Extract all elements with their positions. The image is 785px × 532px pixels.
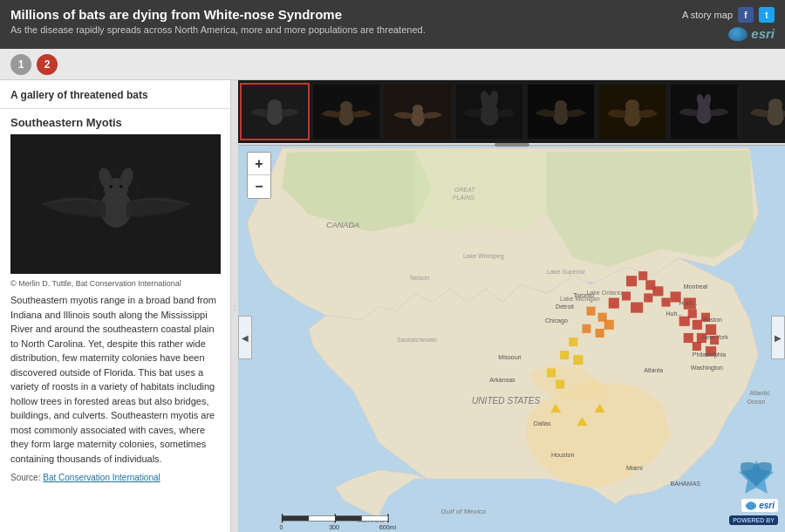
bat-illustration	[29, 143, 203, 265]
resize-handle[interactable]: ⋮	[231, 80, 238, 532]
bat-description: Southeastern myotis range in a broad ban…	[0, 293, 230, 473]
svg-text:Miami: Miami	[626, 465, 643, 471]
thumbnail-1[interactable]	[240, 83, 310, 140]
map-watermarks: esri POWERED BY	[729, 456, 778, 525]
svg-text:Washington: Washington	[691, 365, 723, 372]
svg-rect-59	[573, 355, 583, 365]
svg-point-5	[119, 185, 123, 188]
thumbnail-6[interactable]	[597, 83, 667, 140]
esri-logo: esri	[728, 26, 775, 41]
svg-text:0: 0	[280, 524, 283, 530]
image-credit: © Merlin D. Tuttle, Bat Conservation Int…	[10, 279, 220, 288]
thumbnail-2[interactable]	[311, 83, 381, 140]
map-area[interactable]: ◀ ▶	[238, 143, 785, 532]
twitter-icon[interactable]: t	[759, 7, 775, 23]
esri-watermark-text: esri	[759, 501, 775, 510]
page-subtitle: As the disease rapidly spreads across No…	[10, 24, 426, 35]
esri-watermark: esri	[741, 499, 778, 512]
svg-text:PLAINS: PLAINS	[453, 194, 474, 201]
svg-text:Detroit: Detroit	[556, 304, 574, 310]
map-scroll-handle[interactable]	[495, 143, 529, 147]
svg-rect-65	[626, 276, 637, 286]
page-title: Millions of bats are dying from White-no…	[10, 7, 426, 22]
svg-text:Huh...: Huh...	[666, 310, 682, 317]
map-nav-left-arrow[interactable]: ◀	[238, 316, 252, 359]
steps-bar: 1 2	[0, 49, 785, 80]
svg-text:Ocean: Ocean	[747, 399, 766, 405]
svg-text:Lake Superior: Lake Superior	[547, 269, 586, 276]
svg-text:Lake Michigan: Lake Michigan	[560, 296, 600, 303]
svg-text:Arkansas: Arkansas	[489, 377, 515, 383]
svg-rect-54	[604, 320, 614, 330]
svg-rect-104	[309, 515, 335, 521]
svg-rect-39	[661, 297, 670, 306]
svg-rect-36	[631, 303, 643, 313]
svg-text:Lake Ontario: Lake Ontario	[586, 290, 622, 296]
credit-text: © Merlin D. Tuttle, Bat Conservation Int…	[10, 279, 181, 288]
thumbnail-8[interactable]	[741, 83, 785, 140]
svg-rect-51	[684, 333, 693, 343]
gallery-title: A gallery of threatened bats	[0, 80, 230, 109]
thumbnail-5[interactable]	[526, 83, 596, 140]
svg-text:Nelson: Nelson	[410, 275, 429, 281]
thumbnail-3[interactable]	[383, 83, 453, 140]
svg-text:Atlantic: Atlantic	[750, 390, 771, 396]
svg-point-12	[340, 101, 352, 112]
bat-image	[10, 134, 221, 274]
zoom-out-button[interactable]: −	[248, 175, 270, 198]
powered-by-text: POWERED BY	[733, 517, 775, 523]
source-link[interactable]: Bat Conservation International	[43, 473, 160, 482]
svg-text:UNITED STATES: UNITED STATES	[472, 396, 541, 406]
svg-text:Boston: Boston	[703, 317, 722, 323]
left-panel: A gallery of threatened bats Southeaster…	[0, 80, 231, 532]
svg-point-14	[413, 105, 423, 113]
thumbnail-4[interactable]	[454, 83, 524, 140]
esri-globe-icon	[728, 27, 747, 41]
thumbnail-strip	[238, 80, 785, 143]
svg-text:Saskatchewan: Saskatchewan	[397, 337, 437, 343]
svg-rect-61	[556, 380, 564, 389]
svg-rect-52	[586, 307, 595, 316]
header-left: Millions of bats are dying from White-no…	[10, 7, 426, 35]
map-nav-right-arrow[interactable]: ▶	[771, 316, 785, 359]
svg-text:Montreal: Montreal	[684, 283, 708, 290]
svg-rect-56	[582, 324, 590, 333]
svg-rect-44	[693, 320, 702, 330]
right-panel: ◀ ▶	[238, 80, 785, 532]
svg-text:Lake Winnipeg: Lake Winnipeg	[463, 253, 504, 260]
bat-org-logo	[734, 456, 778, 495]
svg-text:Hunt...: Hunt...	[679, 300, 698, 306]
svg-rect-35	[622, 291, 631, 300]
svg-text:New York: New York	[702, 334, 728, 340]
facebook-icon[interactable]: f	[738, 7, 754, 23]
svg-rect-67	[645, 280, 655, 290]
svg-rect-43	[679, 317, 690, 326]
header-right: A story map f t esri	[682, 7, 775, 41]
svg-text:CANADA: CANADA	[326, 221, 359, 229]
svg-text:BAHAMAS: BAHAMAS	[671, 481, 701, 487]
story-map-label: A story map	[682, 10, 733, 20]
step-2[interactable]: 2	[37, 54, 58, 75]
svg-text:Missouri: Missouri	[498, 354, 522, 360]
svg-point-22	[625, 99, 639, 112]
svg-text:Chicago: Chicago	[545, 317, 568, 324]
zoom-in-button[interactable]: +	[248, 153, 270, 175]
svg-text:GREAT: GREAT	[454, 187, 475, 193]
esri-globe-watermark	[745, 501, 757, 510]
map-visualization: CANADA UNITED STATES MEXICO Gulf of Mexi…	[238, 143, 785, 532]
thumbnail-7[interactable]	[669, 83, 739, 140]
svg-text:Dallas: Dallas	[534, 420, 551, 426]
page-header: Millions of bats are dying from White-no…	[0, 0, 785, 49]
svg-point-20	[555, 100, 567, 111]
step-1[interactable]: 1	[10, 54, 31, 75]
powered-by-badge: POWERED BY	[729, 515, 778, 525]
svg-rect-34	[609, 297, 619, 308]
svg-rect-106	[362, 515, 388, 521]
svg-text:Houston: Houston	[551, 452, 574, 458]
map-scrollbar-bar	[238, 143, 785, 146]
svg-rect-66	[638, 271, 647, 280]
source-label: Source:	[10, 473, 40, 482]
svg-point-28	[768, 99, 782, 111]
svg-rect-60	[547, 368, 556, 377]
svg-text:Gulf of Mexico: Gulf of Mexico	[441, 508, 487, 515]
